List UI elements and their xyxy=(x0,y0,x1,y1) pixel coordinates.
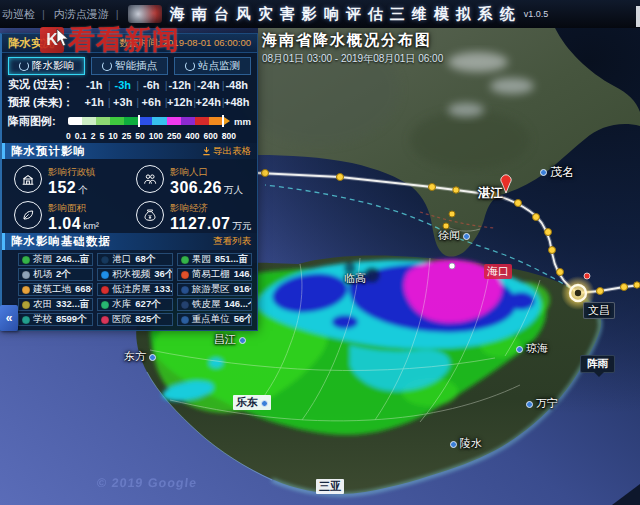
base-item-hospital[interactable]: 医院825个 xyxy=(97,313,172,326)
city-label-sanya[interactable]: 三亚 xyxy=(316,479,344,494)
stat-population: 影响人口306.26万人 xyxy=(136,161,257,197)
impact-section-title: 降水预计影响 xyxy=(11,144,86,159)
construction-icon xyxy=(22,286,30,294)
town-icon xyxy=(14,165,42,193)
view-list-link[interactable]: 查看列表 xyxy=(213,235,251,248)
app-version: v1.0.5 xyxy=(524,9,549,19)
city-label-xuwen[interactable]: 徐闻 xyxy=(438,228,470,243)
app-logo xyxy=(128,5,162,23)
orchard-icon xyxy=(181,256,189,264)
base-item-school[interactable]: 学校8599个 xyxy=(18,313,93,326)
stat-area: 影响面积1.04km² xyxy=(14,197,136,233)
future-option-48h[interactable]: +48h xyxy=(223,96,252,108)
city-label-changjiang[interactable]: 昌江 xyxy=(214,332,246,347)
mode-buttons: 降水影响 智能插点 站点监测 xyxy=(2,53,257,75)
base-item-reservoir[interactable]: 水库627个 xyxy=(97,298,172,311)
export-table-link[interactable]: 导出表格 xyxy=(202,145,251,158)
refresh-icon xyxy=(185,61,195,71)
stat-economy: 影响经济1127.07万元 xyxy=(136,197,257,233)
scenic-icon xyxy=(181,286,189,294)
weather-tooltip: 阵雨 xyxy=(580,355,615,373)
city-label-dongfang[interactable]: 东方 xyxy=(124,349,156,364)
mode-button-rain-impact[interactable]: 降水影响 xyxy=(8,57,85,75)
topbar-nav-patrol[interactable]: 动巡检 xyxy=(2,7,35,22)
city-label-ledong[interactable]: 乐东 xyxy=(233,395,271,410)
city-label-lingshui[interactable]: 陵水 xyxy=(450,436,482,451)
topbar-separator: | xyxy=(116,8,119,20)
map-title-block: 海南省降水概况分布图 08月01日 03:00 - 2019年08月01日 06… xyxy=(262,31,443,66)
export-icon xyxy=(202,146,211,156)
refresh-icon xyxy=(102,61,112,71)
legend-colorbar xyxy=(68,117,223,125)
reservoir-icon xyxy=(101,301,109,309)
tea-garden-icon xyxy=(22,256,30,264)
city-label-lingao[interactable]: 临高 xyxy=(344,271,366,286)
base-data-grid: 茶园246...亩 港口68个 果园851...亩 机场2个 积水视频36个 简… xyxy=(2,250,257,330)
base-item-lowland-house[interactable]: 低洼房屋133...个 xyxy=(97,283,172,296)
school-icon xyxy=(22,316,30,324)
base-item-construction-site[interactable]: 建筑工地668个 xyxy=(18,283,93,296)
base-item-shed[interactable]: 简易工棚146...个 xyxy=(177,268,252,281)
data-timestamp: 数据时间: 2019-08-01 06:00:00 xyxy=(120,37,252,50)
base-item-key-unit[interactable]: 重点单位56个 xyxy=(177,313,252,326)
legend-label: 降雨图例: xyxy=(8,114,68,129)
map-title: 海南省降水概况分布图 xyxy=(262,31,443,50)
future-option-1h[interactable]: +1h xyxy=(80,96,109,108)
city-label-zhanjiang[interactable]: 湛江 xyxy=(478,185,503,202)
hospital-icon xyxy=(101,316,109,324)
past-option-6h[interactable]: -6h xyxy=(137,79,166,91)
future-label: 预报 (未来)： xyxy=(8,95,80,110)
base-data-section-header: 降水影响基础数据 查看列表 xyxy=(2,233,257,250)
topbar: 动巡检 | 内涝点漫游 | 海南台风灾害影响评估三维模拟系统 v1.0.5 xyxy=(0,0,640,28)
area-icon xyxy=(14,201,42,229)
port-marker[interactable] xyxy=(449,263,455,269)
city-label-wenchang[interactable]: 文昌 xyxy=(583,302,615,319)
past-option-12h[interactable]: -12h xyxy=(166,79,195,91)
base-item-airport[interactable]: 机场2个 xyxy=(18,268,93,281)
past-option-1h[interactable]: -1h xyxy=(80,79,109,91)
population-icon xyxy=(136,165,164,193)
future-option-24h[interactable]: +24h xyxy=(194,96,223,108)
panel-collapse-button[interactable]: « xyxy=(0,305,18,331)
legend-unit: mm xyxy=(234,116,251,127)
past-time-row: 实况 (过去)： -1h -3h -6h -12h -24h -48h xyxy=(2,76,257,94)
house-icon xyxy=(101,286,109,294)
base-data-section-title: 降水影响基础数据 xyxy=(11,234,111,249)
topbar-nav-waterlogging-roam[interactable]: 内涝点漫游 xyxy=(54,7,109,22)
base-item-port[interactable]: 港口68个 xyxy=(97,253,172,266)
tin-house-icon xyxy=(181,301,189,309)
map-time-range: 08月01日 03:00 - 2019年08月01日 06:00 xyxy=(262,52,443,66)
past-option-24h[interactable]: -24h xyxy=(194,79,223,91)
legend-ticks: 00.125102550100250400600800 xyxy=(66,131,236,141)
base-item-flood-video[interactable]: 积水视频36个 xyxy=(97,268,172,281)
city-label-haikou[interactable]: 海口 xyxy=(484,264,512,279)
impact-stats: 影响行政镇152个 影响人口306.26万人 影响面积1.04km² 影响经济1… xyxy=(2,159,257,231)
city-label-wanning[interactable]: 万宁 xyxy=(526,396,558,411)
farmland-icon xyxy=(22,301,30,309)
mode-button-station-monitor[interactable]: 站点监测 xyxy=(174,57,251,75)
city-label-qionghai[interactable]: 琼海 xyxy=(516,341,548,356)
base-item-tea-garden[interactable]: 茶园246...亩 xyxy=(18,253,93,266)
port-icon xyxy=(101,256,109,264)
refresh-icon xyxy=(19,61,29,71)
city-label-maoming[interactable]: 茂名 xyxy=(540,164,574,181)
base-item-farmland[interactable]: 农田332...亩 xyxy=(18,298,93,311)
base-item-scenic-area[interactable]: 旅游景区916个 xyxy=(177,283,252,296)
base-item-tin-house[interactable]: 铁皮屋146...个 xyxy=(177,298,252,311)
future-option-12h[interactable]: +12h xyxy=(166,96,195,108)
impact-section-header: 降水预计影响 导出表格 xyxy=(2,143,257,160)
past-option-48h[interactable]: -48h xyxy=(223,79,252,91)
future-option-6h[interactable]: +6h xyxy=(137,96,166,108)
future-option-3h[interactable]: +3h xyxy=(109,96,138,108)
base-item-orchard[interactable]: 果园851...亩 xyxy=(177,253,252,266)
rain-legend: 降雨图例: mm 00.125102550100250400600800 xyxy=(2,111,257,141)
past-option-3h[interactable]: -3h xyxy=(109,79,138,91)
stat-towns: 影响行政镇152个 xyxy=(14,161,136,197)
mode-button-smart-interp[interactable]: 智能插点 xyxy=(91,57,168,75)
map-copyright: © 2019 Google xyxy=(96,476,198,490)
economy-icon xyxy=(136,201,164,229)
topbar-edge-sliver xyxy=(636,6,640,27)
panel-header: 降水实况 数据时间: 2019-08-01 06:00:00 xyxy=(2,34,257,53)
rainfall-panel: 降水实况 数据时间: 2019-08-01 06:00:00 降水影响 智能插点… xyxy=(0,33,258,331)
tab-rainfall-live[interactable]: 降水实况 xyxy=(8,36,65,51)
